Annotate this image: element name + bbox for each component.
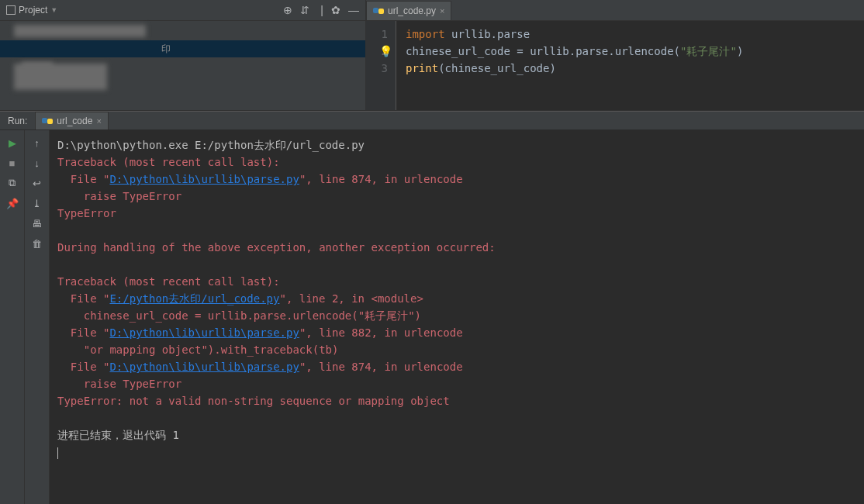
code-editor[interactable]: 1 2 3 import urllib.parse 💡chinese_url_c…: [366, 21, 864, 110]
console-line: TypeError: not a valid non-string sequen…: [57, 392, 856, 409]
console-line: "or mapping object").with_traceback(tb): [57, 341, 856, 358]
console-line: File "D:\python\lib\urllib\parse.py", li…: [57, 324, 856, 341]
code-text: urllib.parse: [445, 28, 530, 40]
project-title: Project: [19, 5, 47, 16]
print-icon[interactable]: 🖶: [31, 217, 43, 230]
console-line: Traceback (most recent call last):: [57, 154, 856, 171]
console-line: [57, 222, 856, 239]
code-text: chinese_url_code = urllib.parse.urlencod…: [406, 45, 680, 57]
code-text: (chinese_url_code): [438, 62, 556, 74]
run-toolbar-primary: ▶ ■ ⧉ 📌: [0, 130, 25, 504]
chevron-down-icon: ▼: [50, 6, 57, 14]
editor-tab-label: url_code.py: [388, 5, 436, 16]
expand-all-icon[interactable]: ⇵: [300, 4, 309, 16]
project-view-selector[interactable]: Project ▼: [6, 5, 57, 16]
project-panel-header: Project ▼ ⊕ ⇵ | ✿ —: [0, 0, 365, 21]
editor-area: url_code.py × 1 2 3 import urllib.parse …: [366, 0, 864, 110]
console-line: TypeError: [57, 205, 856, 222]
console-line: File "D:\python\lib\urllib\parse.py", li…: [57, 171, 856, 188]
python-file-icon: [42, 116, 53, 126]
editor-tabbar: url_code.py ×: [366, 0, 864, 21]
close-icon[interactable]: ×: [440, 6, 444, 16]
tree-row-selected[interactable]: [0, 40, 365, 57]
stacktrace-link[interactable]: D:\python\lib\urllib\parse.py: [109, 361, 299, 373]
run-panel-header: Run: url_code ×: [0, 112, 864, 130]
code-content[interactable]: import urllib.parse 💡chinese_url_code = …: [396, 21, 743, 110]
stacktrace-link[interactable]: D:\python\lib\urllib\parse.py: [109, 173, 299, 185]
tree-item-blurred: [14, 25, 146, 37]
console-line: File "D:\python\lib\urllib\parse.py", li…: [57, 358, 856, 375]
code-keyword: import: [406, 28, 445, 40]
console-line: Traceback (most recent call last):: [57, 273, 856, 290]
console-line: D:\python\python.exe E:/python去水印/url_co…: [57, 136, 856, 154]
trash-icon[interactable]: 🗑: [31, 237, 43, 250]
code-string: "耗子尾汁": [680, 45, 737, 57]
pin-icon[interactable]: 📌: [6, 197, 19, 209]
python-file-icon: [373, 5, 384, 16]
tree-item-blurred: [14, 64, 107, 90]
stacktrace-link[interactable]: E:/python去水印/url_code.py: [109, 292, 279, 305]
console-line: raise TypeError: [57, 375, 856, 392]
run-config-tab[interactable]: url_code ×: [35, 112, 108, 129]
code-function: print: [406, 62, 438, 74]
up-arrow-icon[interactable]: ↑: [31, 136, 43, 149]
hide-icon[interactable]: |: [320, 4, 323, 16]
tree-item-label: 印: [161, 43, 171, 56]
console-line: During handling of the above exception, …: [57, 239, 856, 256]
editor-tab-url-code[interactable]: url_code.py ×: [366, 1, 451, 20]
console-caret: [57, 444, 856, 461]
editor-gutter: 1 2 3: [366, 21, 396, 110]
code-text: ): [737, 45, 743, 57]
run-icon[interactable]: ▶: [6, 136, 19, 149]
project-tree[interactable]: 印: [0, 21, 365, 110]
run-toolbar-secondary: ↑ ↓ ↩ ⤓ 🖶 🗑: [25, 130, 50, 504]
run-panel-label: Run:: [0, 116, 35, 126]
locate-icon[interactable]: ⊕: [283, 4, 292, 16]
close-icon[interactable]: ×: [96, 116, 101, 126]
line-number: 1: [368, 26, 388, 43]
scroll-to-end-icon[interactable]: ⤓: [31, 197, 43, 209]
line-number: 3: [368, 60, 388, 77]
intention-bulb-icon[interactable]: 💡: [379, 43, 392, 60]
console-line: [57, 256, 856, 273]
console-line: [57, 409, 856, 426]
soft-wrap-icon[interactable]: ↩: [31, 177, 43, 189]
console-line: File "E:/python去水印/url_code.py", line 2,…: [57, 290, 856, 307]
console-line: raise TypeError: [57, 188, 856, 205]
collapse-icon[interactable]: —: [348, 4, 359, 16]
console-line: chinese_url_code = urllib.parse.urlencod…: [57, 307, 856, 324]
settings-gear-icon[interactable]: ✿: [331, 4, 340, 16]
run-tool-window: Run: url_code × ▶ ■ ⧉ 📌 ↑ ↓ ↩ ⤓ 🖶 🗑 D:\p…: [0, 111, 864, 504]
stop-icon[interactable]: ■: [6, 157, 19, 169]
run-tab-label: url_code: [57, 116, 92, 126]
console-line: 进程已结束，退出代码 1: [57, 426, 856, 444]
run-console[interactable]: D:\python\python.exe E:/python去水印/url_co…: [50, 130, 864, 504]
project-tool-window: Project ▼ ⊕ ⇵ | ✿ — 印: [0, 0, 366, 110]
project-icon: [6, 5, 16, 15]
layout-icon[interactable]: ⧉: [6, 177, 19, 189]
stacktrace-link[interactable]: D:\python\lib\urllib\parse.py: [109, 326, 299, 339]
down-arrow-icon[interactable]: ↓: [31, 157, 43, 169]
